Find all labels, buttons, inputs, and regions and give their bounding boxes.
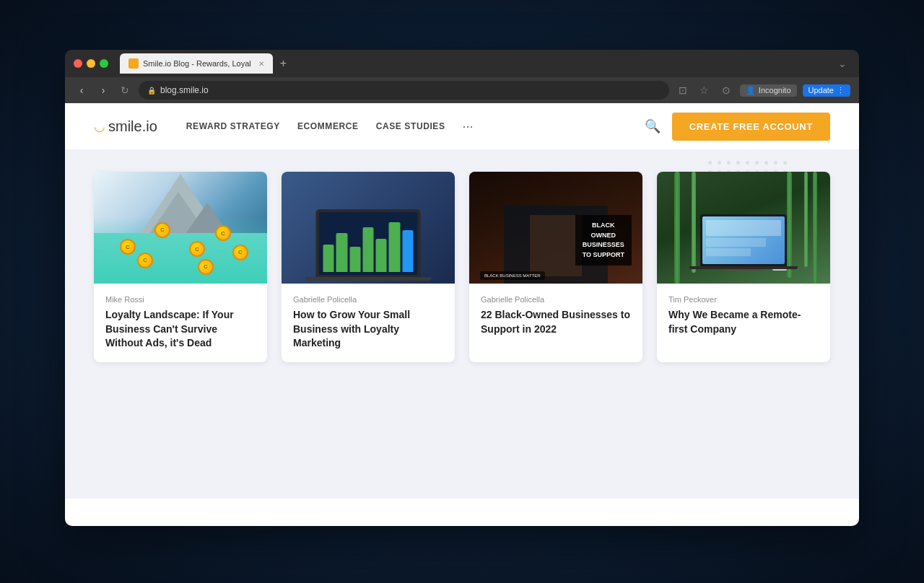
laptop-body <box>316 209 421 278</box>
coin-6: C <box>137 253 153 268</box>
close-button[interactable] <box>74 59 82 68</box>
chart-bar <box>402 230 413 272</box>
minimize-button[interactable] <box>87 59 95 68</box>
dot <box>746 161 749 165</box>
article-card-4[interactable]: Tim Peckover Why We Became a Remote-firs… <box>657 172 830 362</box>
chart-bar <box>336 233 347 272</box>
tab-bar: Smile.io Blog - Rewards, Loyal ✕ + <box>120 53 829 74</box>
browser-window: Smile.io Blog - Rewards, Loyal ✕ + ⌄ ‹ ›… <box>65 50 859 526</box>
profile-icon[interactable]: ⊙ <box>718 84 734 96</box>
toolbar-actions: ⊡ ☆ ⊙ 👤 Incognito Update ⋮ <box>675 84 850 97</box>
article-card-3[interactable]: BLACKOWNEDBUSINESSESTO SUPPORT BLACK BUS… <box>469 172 642 362</box>
nav-link-ecommerce[interactable]: ECOMMERCE <box>297 121 359 131</box>
chart-bar <box>362 227 373 272</box>
title-3: 22 Black-Owned Businesses to Support in … <box>481 308 631 336</box>
screen-line1 <box>706 238 766 246</box>
dot <box>727 161 731 165</box>
screen-line2 <box>706 248 751 256</box>
window-controls: ⌄ <box>834 58 850 69</box>
bamboo-1 <box>674 172 680 284</box>
chart-bar <box>349 247 360 272</box>
article-card-2[interactable]: Gabrielle Policella How to Grow Your Sma… <box>282 172 455 362</box>
update-label: Update <box>808 86 834 95</box>
bamboo-4 <box>804 172 808 267</box>
active-tab[interactable]: Smile.io Blog - Rewards, Loyal ✕ <box>120 53 273 74</box>
incognito-label: Incognito <box>759 86 791 95</box>
author-1: Mike Rossi <box>105 295 256 304</box>
nav-link-case-studies[interactable]: CASE STUDIES <box>376 121 445 131</box>
nav-more-button[interactable]: ··· <box>463 119 474 134</box>
browser-titlebar: Smile.io Blog - Rewards, Loyal ✕ + ⌄ <box>65 50 859 77</box>
logo[interactable]: ◡ smile.io <box>94 118 157 135</box>
update-button[interactable]: Update ⋮ <box>803 84 850 97</box>
dot <box>764 161 768 165</box>
cast-icon[interactable]: ⊡ <box>675 84 691 96</box>
coin-3: C <box>189 241 205 257</box>
maximize-button[interactable] <box>100 59 108 68</box>
chart-bar <box>323 245 334 273</box>
new-tab-button[interactable]: + <box>276 57 291 70</box>
dot <box>783 161 787 165</box>
bookmark-icon[interactable]: ☆ <box>697 84 712 96</box>
card-image-3: BLACKOWNEDBUSINESSESTO SUPPORT BLACK BUS… <box>469 172 642 284</box>
bamboo-2 <box>692 172 696 273</box>
overlay-text: BLACKOWNEDBUSINESSESTO SUPPORT <box>575 215 632 266</box>
dot <box>708 161 712 165</box>
card-body-4: Tim Peckover Why We Became a Remote-firs… <box>657 284 830 348</box>
bamboo-5 <box>813 172 817 284</box>
incognito-icon: 👤 <box>746 86 756 95</box>
address-bar[interactable]: 🔒 blog.smile.io <box>139 81 669 100</box>
logo-text: smile.io <box>108 118 157 135</box>
website-content: ◡ smile.io REWARD STRATEGY ECOMMERCE CAS… <box>65 103 859 526</box>
browser-toolbar: ‹ › ↻ 🔒 blog.smile.io ⊡ ☆ ⊙ 👤 Incognito … <box>65 77 859 103</box>
content-area: C C C C C C C Mike Rossi Loyalty Landsca… <box>65 150 859 499</box>
article-card-1[interactable]: C C C C C C C Mike Rossi Loyalty Landsca… <box>94 172 267 362</box>
tab-favicon <box>128 58 139 69</box>
dot <box>774 161 777 165</box>
chart-bar <box>389 222 400 272</box>
lock-icon: 🔒 <box>147 87 156 95</box>
traffic-lights <box>74 59 108 68</box>
incognito-indicator: 👤 Incognito <box>740 84 797 97</box>
laptop-base <box>305 277 432 281</box>
url-text: blog.smile.io <box>160 85 209 95</box>
card-image-4 <box>657 172 830 284</box>
dot <box>718 161 721 165</box>
coin-5: C <box>232 245 248 260</box>
coin-1: C <box>120 239 136 255</box>
nav-left: ◡ smile.io REWARD STRATEGY ECOMMERCE CAS… <box>94 118 474 135</box>
title-4: Why We Became a Remote-first Company <box>668 308 819 336</box>
dot <box>755 161 759 165</box>
screen-header <box>706 220 781 236</box>
tab-close-icon[interactable]: ✕ <box>258 60 264 68</box>
forward-button[interactable]: › <box>95 84 111 96</box>
laptop2-screen <box>702 216 785 264</box>
laptop-screen <box>319 212 418 275</box>
author-2: Gabrielle Policella <box>293 295 443 304</box>
bamboo-3 <box>787 172 792 278</box>
reload-button[interactable]: ↻ <box>117 84 133 96</box>
laptop2-base <box>689 266 798 269</box>
card-body-3: Gabrielle Policella 22 Black-Owned Busin… <box>469 284 642 348</box>
laptop2-content <box>706 220 781 260</box>
back-button[interactable]: ‹ <box>74 84 90 96</box>
articles-grid: C C C C C C C Mike Rossi Loyalty Landsca… <box>94 172 830 362</box>
title-2: How to Grow Your Small Business with Loy… <box>293 308 443 351</box>
dot <box>736 161 740 165</box>
card-body-2: Gabrielle Policella How to Grow Your Sma… <box>282 284 455 362</box>
create-account-button[interactable]: CREATE FREE ACCOUNT <box>672 113 830 141</box>
author-3: Gabrielle Policella <box>481 295 631 304</box>
card-body-1: Mike Rossi Loyalty Landscape: If Your Bu… <box>94 284 267 362</box>
search-icon[interactable]: 🔍 <box>645 118 661 134</box>
coin-7: C <box>198 259 214 275</box>
person-silhouette <box>530 215 582 276</box>
update-menu-icon: ⋮ <box>837 86 845 95</box>
author-4: Tim Peckover <box>668 295 819 304</box>
nav-link-reward-strategy[interactable]: REWARD STRATEGY <box>186 121 280 131</box>
nav-right: 🔍 CREATE FREE ACCOUNT <box>645 113 830 141</box>
smile-logo-icon: ◡ <box>94 118 105 134</box>
coin-2: C <box>154 222 170 238</box>
card-image-1: C C C C C C C <box>94 172 267 284</box>
chart-bar <box>376 239 387 272</box>
nav-links: REWARD STRATEGY ECOMMERCE CASE STUDIES ·… <box>186 119 474 134</box>
